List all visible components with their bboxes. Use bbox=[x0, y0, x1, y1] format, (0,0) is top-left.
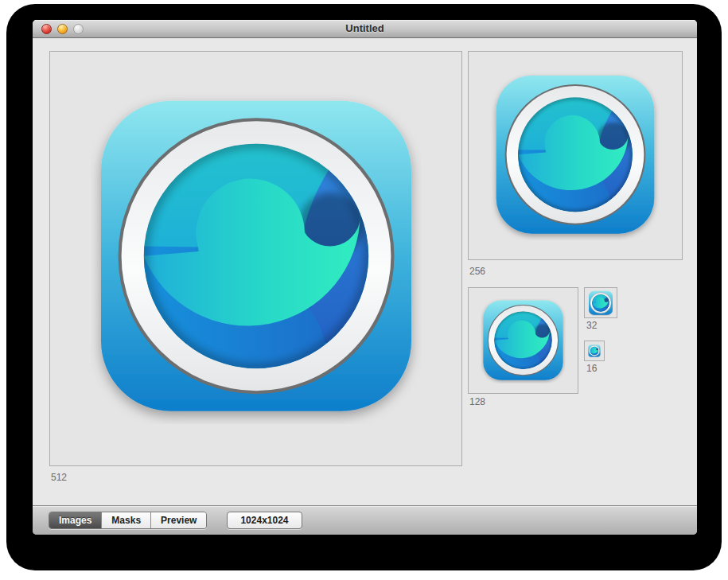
app-window: Untitled 512 256 128 32 bbox=[33, 20, 697, 535]
preview-size-label-256: 256 bbox=[469, 266, 485, 277]
preview-box-16[interactable] bbox=[584, 341, 605, 361]
segment-masks[interactable]: Masks bbox=[101, 512, 150, 528]
app-icon-16 bbox=[588, 344, 601, 357]
preview-size-label-512: 512 bbox=[51, 472, 67, 483]
segment-preview[interactable]: Preview bbox=[150, 512, 206, 528]
app-icon-512 bbox=[91, 93, 422, 424]
preview-size-label-128: 128 bbox=[469, 396, 485, 407]
preview-size-label-16: 16 bbox=[586, 363, 597, 374]
preview-box-512[interactable] bbox=[49, 51, 462, 466]
preview-box-128[interactable] bbox=[468, 287, 578, 394]
app-icon-32 bbox=[588, 290, 613, 316]
segment-images[interactable]: Images bbox=[49, 512, 101, 528]
window-title: Untitled bbox=[33, 20, 697, 37]
title-bar[interactable]: Untitled bbox=[33, 20, 697, 38]
app-icon-128 bbox=[481, 298, 566, 383]
app-icon-256 bbox=[491, 72, 660, 240]
view-mode-segmented-control: Images Masks Preview bbox=[49, 512, 207, 529]
bottom-toolbar: Images Masks Preview 1024x1024 bbox=[33, 505, 697, 535]
preview-box-256[interactable] bbox=[468, 51, 683, 260]
preview-size-label-32: 32 bbox=[586, 320, 597, 331]
size-1024-button[interactable]: 1024x1024 bbox=[227, 512, 302, 529]
content-area: 512 256 128 32 16 bbox=[33, 38, 697, 504]
preview-box-32[interactable] bbox=[584, 287, 617, 318]
